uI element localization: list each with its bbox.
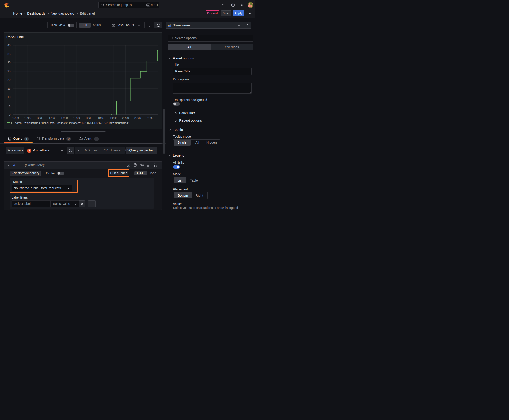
svg-text:19:00: 19:00 — [98, 116, 104, 120]
svg-text:16:30: 16:30 — [37, 116, 43, 120]
svg-text:{__name__="cloudflared_tunnel_: {__name__="cloudflared_tunnel_total_requ… — [11, 121, 130, 124]
svg-text:?: ? — [128, 164, 129, 166]
svg-text:18:00: 18:00 — [73, 116, 80, 120]
svg-text:?: ? — [232, 4, 234, 6]
svg-text:40: 40 — [8, 44, 11, 47]
svg-text:19:30: 19:30 — [110, 116, 117, 120]
svg-text:17:00: 17:00 — [49, 116, 55, 120]
svg-text:18:30: 18:30 — [85, 116, 92, 120]
svg-text:17:30: 17:30 — [61, 116, 68, 120]
svg-text:20:00: 20:00 — [122, 116, 129, 120]
svg-text:16:00: 16:00 — [24, 116, 31, 120]
svg-text:5: 5 — [9, 104, 11, 107]
svg-text:25: 25 — [8, 69, 11, 73]
svg-text:10: 10 — [8, 96, 11, 99]
svg-text:0: 0 — [9, 113, 11, 116]
svg-text:15:30: 15:30 — [12, 116, 19, 120]
svg-text:15: 15 — [8, 87, 11, 90]
svg-text:20: 20 — [8, 78, 11, 82]
svg-text:21:00: 21:00 — [146, 116, 153, 120]
svg-text:35: 35 — [8, 52, 11, 55]
svg-text:30: 30 — [8, 61, 11, 64]
svg-text:20:30: 20:30 — [134, 116, 141, 120]
svg-text:?: ? — [70, 149, 71, 152]
